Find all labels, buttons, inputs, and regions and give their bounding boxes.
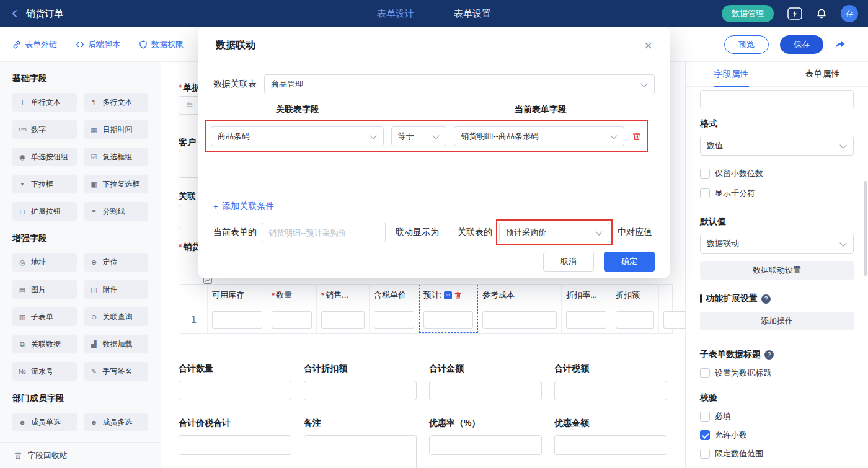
- field-item-dropdown-multi[interactable]: ▣下拉复选框: [84, 175, 149, 193]
- tab-form-design[interactable]: 表单设计: [377, 8, 414, 20]
- checkbox-box: [700, 412, 710, 422]
- table-cell-input[interactable]: [272, 311, 312, 329]
- field-item-attachment[interactable]: ◫附件: [84, 280, 149, 299]
- delete-column-icon[interactable]: [454, 291, 462, 299]
- column-header-estimate[interactable]: 预计: ∞: [419, 285, 478, 306]
- checkbox-thousand-separator[interactable]: 显示千分符: [700, 188, 854, 199]
- add-action-button[interactable]: 添加操作: [700, 312, 854, 330]
- help-icon[interactable]: ?: [761, 294, 771, 304]
- column-header-discount-rate[interactable]: 折扣率...: [562, 285, 611, 306]
- summary-input[interactable]: [304, 381, 417, 400]
- close-icon[interactable]: ×: [644, 39, 652, 53]
- field-recycle-bin[interactable]: 字段回收站: [0, 442, 161, 468]
- summary-input[interactable]: [179, 381, 291, 400]
- confirm-button[interactable]: 确定: [604, 252, 655, 272]
- relation-query-icon: ⊙: [89, 313, 99, 321]
- column-header-sales[interactable]: *销售...: [317, 285, 370, 306]
- attachment-icon: ◫: [89, 286, 99, 294]
- bell-icon[interactable]: [816, 8, 827, 19]
- field-item-number[interactable]: 123数字: [12, 120, 77, 139]
- source-field-input[interactable]: [262, 223, 386, 242]
- field-item-serial-number[interactable]: №流水号: [12, 362, 77, 381]
- table-cell-input[interactable]: [423, 311, 473, 329]
- row-index: 1: [180, 306, 208, 333]
- field-item-relation-data[interactable]: ⧉关联数据: [12, 335, 77, 353]
- flash-icon[interactable]: [787, 7, 802, 20]
- table-cell-input[interactable]: [616, 311, 654, 329]
- linkage-settings-button[interactable]: 数据联动设置: [700, 261, 854, 280]
- checkbox-set-data-title[interactable]: 设置为数据标题: [700, 368, 854, 379]
- share-icon[interactable]: [835, 40, 846, 50]
- field-item-subform[interactable]: ▥子表单: [12, 307, 77, 326]
- summary-input[interactable]: [429, 435, 542, 455]
- field-item-data-load[interactable]: ▟数据加载: [84, 335, 149, 353]
- relation-field-select[interactable]: 商品条码: [211, 126, 384, 146]
- summary-total-tax: 合计税额: [554, 363, 667, 400]
- calendar-icon: ▦: [89, 126, 99, 134]
- format-select[interactable]: 数值: [700, 136, 854, 156]
- field-item-member-multi[interactable]: ☻成员多选: [84, 413, 149, 431]
- field-item-extend-button[interactable]: ◻扩展按钮: [12, 202, 77, 221]
- remark-textarea[interactable]: [304, 435, 417, 468]
- relation-table-select[interactable]: 商品管理: [264, 74, 655, 94]
- form-external-link[interactable]: 表单外链: [12, 39, 57, 50]
- default-value-label: 默认值: [700, 216, 854, 227]
- table-cell-input[interactable]: [663, 311, 685, 329]
- tab-field-properties[interactable]: 字段属性: [686, 62, 777, 86]
- field-item-single-line-text[interactable]: T单行文本: [12, 93, 77, 112]
- column-header-tax-price[interactable]: 含税单价: [370, 285, 419, 306]
- default-value-select[interactable]: 数据联动: [700, 234, 854, 254]
- field-item-radio-group[interactable]: ◉单选按钮组: [12, 148, 77, 166]
- tab-form-properties[interactable]: 表单属性: [777, 62, 868, 86]
- field-item-divider[interactable]: ≡分割线: [84, 202, 149, 221]
- target-field-select[interactable]: 预计采购价: [499, 223, 609, 242]
- cancel-button[interactable]: 取消: [543, 252, 594, 272]
- panel-scrollbar[interactable]: [864, 181, 867, 276]
- summary-input[interactable]: [179, 435, 291, 455]
- table-cell-input[interactable]: [374, 311, 414, 329]
- field-item-relation-query[interactable]: ⊙关联查询: [84, 307, 149, 326]
- data-permission-link[interactable]: 数据权限: [139, 39, 184, 50]
- table-cell-input[interactable]: [212, 311, 262, 329]
- table-cell-input[interactable]: [321, 311, 365, 329]
- checkbox-box: [700, 368, 710, 378]
- checkbox-required[interactable]: 必填: [700, 411, 854, 422]
- help-icon[interactable]: ?: [764, 350, 774, 360]
- summary-input[interactable]: [554, 381, 667, 400]
- pill-icon: ◻: [17, 208, 27, 216]
- summary-input[interactable]: [554, 435, 667, 455]
- summary-input[interactable]: [429, 381, 542, 400]
- field-item-dropdown[interactable]: ▼下拉框: [12, 175, 77, 193]
- checkbox-keep-decimal[interactable]: 保留小数位数: [700, 168, 854, 179]
- field-item-member-single[interactable]: ☻成员单选: [12, 413, 77, 431]
- field-item-signature[interactable]: ✎手写签名: [84, 362, 149, 381]
- back-icon[interactable]: [10, 9, 20, 19]
- column-header-ref-cost[interactable]: 参考成本: [478, 285, 562, 306]
- data-manage-button[interactable]: 数据管理: [722, 5, 774, 22]
- field-item-location[interactable]: ⊕定位: [84, 253, 149, 272]
- column-header-discount-amount[interactable]: 折扣额: [611, 285, 659, 306]
- add-condition-link[interactable]: + 添加关联条件: [213, 201, 274, 212]
- field-item-checkbox-group[interactable]: ☑复选框组: [84, 148, 149, 166]
- checkbox-limit-range[interactable]: 限定数值范围: [700, 448, 854, 459]
- data-permission-label: 数据权限: [151, 39, 184, 50]
- avatar[interactable]: 存: [841, 5, 858, 22]
- column-header-quantity[interactable]: *数量: [267, 285, 317, 306]
- delete-condition-icon[interactable]: [632, 131, 642, 141]
- backend-script-link[interactable]: 后端脚本: [76, 39, 120, 50]
- current-form-field-select[interactable]: 销货明细--商品条形码: [454, 126, 624, 146]
- field-item-multi-line-text[interactable]: ¶多行文本: [84, 93, 149, 112]
- operator-select[interactable]: 等于: [391, 126, 447, 146]
- table-cell-input[interactable]: [482, 311, 557, 329]
- summary-total-discount: 合计折扣额: [304, 363, 417, 400]
- field-name-input[interactable]: [700, 90, 854, 108]
- tab-form-settings[interactable]: 表单设置: [454, 8, 491, 20]
- field-item-datetime[interactable]: ▦日期时间: [84, 120, 149, 139]
- column-header-stock[interactable]: 可用库存: [208, 285, 267, 306]
- table-cell-input[interactable]: [566, 311, 606, 329]
- field-item-address[interactable]: ◎地址: [12, 253, 77, 272]
- field-item-image[interactable]: ▤图片: [12, 280, 77, 299]
- checkbox-allow-decimal[interactable]: 允许小数: [700, 430, 854, 441]
- preview-button[interactable]: 预览: [724, 35, 769, 54]
- save-button[interactable]: 保存: [780, 35, 823, 54]
